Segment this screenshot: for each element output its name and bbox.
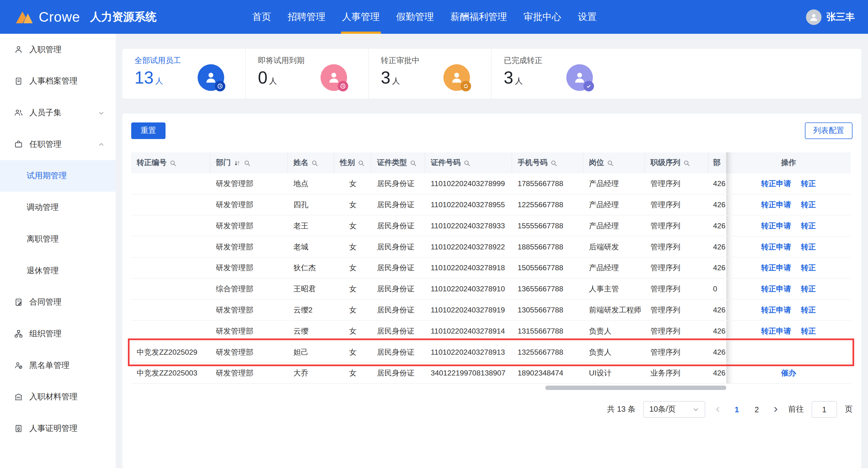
action-link[interactable]: 转正 (801, 242, 816, 252)
action-link[interactable]: 转正申请 (761, 305, 791, 315)
prev-page-button[interactable] (713, 406, 723, 413)
cell-dept-no: 426 (709, 321, 726, 342)
nav-item-attendance[interactable]: 假勤管理 (388, 0, 442, 34)
table-card: 重置 列表配置 转正编号 部门 (122, 114, 861, 468)
sidebar-item-retirement[interactable]: 退休管理 (0, 255, 116, 287)
jump-page-input[interactable] (812, 401, 837, 418)
cell-gender: 女 (334, 216, 371, 236)
nav-item-hr[interactable]: 人事管理 (334, 0, 388, 34)
briefcase-icon (14, 140, 23, 149)
page-button-1[interactable]: 1 (731, 405, 743, 414)
action-link[interactable]: 转正 (801, 305, 816, 315)
reset-button[interactable]: 重置 (131, 122, 165, 139)
cell-phone: 18902348474 (512, 363, 583, 383)
table-row[interactable]: 中竞发ZZ2025003 研发管理部 大乔 女 居民身份证 3401221997… (131, 363, 851, 384)
search-icon[interactable] (410, 159, 417, 167)
table-row[interactable]: 研发管理部 老王 女 居民身份证 110102202403278933 1555… (131, 216, 851, 237)
col-label: 操作 (781, 158, 796, 168)
sidebar-item-onboarding-materials[interactable]: 入职材料管理 (0, 381, 116, 413)
cell-id-number: 110102202403278955 (425, 195, 512, 215)
sidebar-item-label: 任职管理 (29, 139, 92, 150)
person-clock-icon (197, 64, 224, 90)
nav-item-settings[interactable]: 设置 (569, 0, 605, 34)
stat-all-probation[interactable]: 全部试用员工 13人 (122, 49, 245, 99)
cell-phone: 18855667788 (512, 236, 583, 257)
stat-expiring-soon[interactable]: 即将试用到期 0人 (245, 49, 368, 99)
action-link[interactable]: 转正申请 (761, 179, 791, 188)
col-header-dept: 部门 (211, 152, 288, 173)
cell-dept: 研发管理部 (211, 216, 288, 236)
action-link[interactable]: 转正申请 (761, 284, 791, 294)
cell-actions: 转正申请转正 (726, 173, 851, 194)
cell-level-sequence: 管理序列 (645, 342, 709, 362)
next-page-button[interactable] (771, 406, 781, 413)
table-row[interactable]: 研发管理部 云缨2 女 居民身份证 110102202403278919 130… (131, 300, 851, 321)
cell-code: 中竞发ZZ2025003 (131, 363, 211, 383)
sidebar-item-blacklist[interactable]: 黑名单管理 (0, 350, 116, 381)
cell-level-sequence: 业务序列 (645, 363, 709, 383)
archive-icon (14, 392, 23, 402)
nav-item-compensation[interactable]: 薪酬福利管理 (442, 0, 515, 34)
search-icon[interactable] (607, 159, 614, 167)
sidebar-item-resignation[interactable]: 离职管理 (0, 223, 116, 255)
brand-name: Crowe (39, 9, 80, 25)
stat-completed[interactable]: 已完成转正 3人 (491, 49, 614, 99)
table-row[interactable]: 研发管理部 狄仁杰 女 居民身份证 110102202403278918 150… (131, 258, 851, 279)
sort-icon[interactable] (234, 159, 241, 167)
table-row[interactable]: 研发管理部 老城 女 居民身份证 110102202403278922 1885… (131, 236, 851, 258)
action-link[interactable]: 转正申请 (761, 242, 791, 252)
sidebar-item-onboarding[interactable]: 入职管理 (0, 34, 116, 65)
sidebar-item-hr-certificates[interactable]: 人事证明管理 (0, 413, 116, 444)
sidebar-item-probation[interactable]: 试用期管理 (0, 160, 116, 192)
action-link[interactable]: 转正 (801, 326, 816, 336)
page-size-select[interactable]: 10条/页 (643, 401, 706, 418)
table-row[interactable]: 研发管理部 四孔 女 居民身份证 110102202403278955 1225… (131, 195, 851, 216)
action-link[interactable]: 转正申请 (761, 263, 791, 273)
search-icon[interactable] (358, 159, 365, 167)
sidebar-item-personnel-files[interactable]: 人事档案管理 (0, 65, 116, 97)
search-icon[interactable] (463, 159, 471, 167)
sidebar-item-personnel-subset[interactable]: 人员子集 (0, 97, 116, 128)
sidebar-item-employment[interactable]: 任职管理 (0, 128, 116, 160)
nav-item-recruitment[interactable]: 招聘管理 (279, 0, 334, 34)
horizontal-scrollbar[interactable] (131, 385, 851, 390)
action-link[interactable]: 转正 (801, 284, 816, 294)
action-link[interactable]: 转正 (801, 200, 816, 210)
action-link[interactable]: 转正申请 (761, 221, 791, 231)
action-link[interactable]: 转正 (801, 263, 816, 273)
search-icon[interactable] (311, 159, 318, 167)
stat-approval-in-progress[interactable]: 转正审批中 3人 (368, 49, 491, 99)
search-icon[interactable] (683, 159, 690, 167)
action-link[interactable]: 转正 (801, 221, 816, 231)
sidebar-item-transfer[interactable]: 调动管理 (0, 192, 116, 224)
table-row[interactable]: 综合管理部 王昭君 女 居民身份证 110102202403278910 136… (131, 279, 851, 300)
table-row[interactable]: 研发管理部 云缨 女 居民身份证 110102202403278914 1315… (131, 321, 851, 342)
contract-icon (14, 297, 23, 307)
cell-phone: 13655667788 (512, 279, 583, 299)
nav-item-home[interactable]: 首页 (244, 0, 279, 34)
action-link[interactable]: 转正申请 (761, 326, 791, 336)
search-icon[interactable] (169, 159, 177, 167)
page-button-2[interactable]: 2 (751, 405, 763, 414)
action-link[interactable]: 催办 (781, 368, 796, 378)
sidebar-item-organization[interactable]: 组织管理 (0, 318, 116, 350)
col-header-dept-no: 部 (709, 152, 726, 173)
sidebar-item-contract[interactable]: 合同管理 (0, 287, 116, 318)
cell-actions: 转正申请转正 (726, 216, 851, 236)
nav-item-approval-center[interactable]: 审批中心 (515, 0, 569, 34)
stat-label: 转正审批中 (381, 56, 420, 66)
table-row[interactable]: 中竞发ZZ2025029 研发管理部 妲己 女 居民身份证 1101022024… (131, 342, 851, 363)
cell-id-number: 110102202403278999 (425, 173, 512, 194)
action-link[interactable]: 转正 (801, 179, 816, 188)
cell-dept-no: 0 (709, 279, 726, 299)
table-row[interactable]: 研发管理部 地点 女 居民身份证 110102202403278999 1785… (131, 173, 851, 195)
action-link[interactable]: 转正申请 (761, 200, 791, 210)
cell-gender: 女 (334, 236, 371, 257)
user-menu[interactable]: 张三丰 (806, 0, 855, 34)
cell-phone: 12255667788 (512, 195, 583, 215)
column-config-button[interactable]: 列表配置 (805, 122, 852, 139)
scrollbar-thumb[interactable] (545, 385, 726, 390)
search-icon[interactable] (244, 159, 251, 167)
cell-actions: 转正申请转正 (726, 321, 851, 342)
search-icon[interactable] (550, 159, 557, 167)
